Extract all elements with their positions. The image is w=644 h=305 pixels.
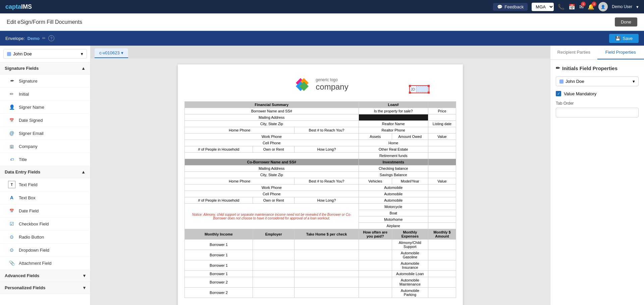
field-item-date-field[interactable]: 📅 Date Field [0,204,90,217]
done-button[interactable]: Done [615,17,637,27]
panel-tabs: Recipient Parties Field Properties [550,46,644,60]
tab-recipient-parties[interactable]: Recipient Parties [550,46,597,59]
monthly-income-header: Monthly Income [185,229,253,240]
best-reach-cell: Best # to Reach You? [294,127,359,134]
recipient-name: John Doe [13,51,32,56]
user-label[interactable]: Demo User [612,4,632,9]
corner-handle-br[interactable] [428,92,430,94]
model-year-cell: Model/Year [392,178,428,185]
city-state-zip-cell: City, State Zip [185,121,359,127]
corner-handle-bl[interactable] [409,92,411,94]
borrower1-row3: Borrower 1 [185,260,253,271]
home-value-cell [428,140,456,146]
realtor-name-cell: Realtor Name [359,121,428,127]
envelope-edit-icon[interactable]: ✏ [42,36,46,41]
borrower1-row1: Borrower 1 [185,240,253,250]
document-viewport[interactable]: JD generic logo [91,58,550,305]
field-item-text-box[interactable]: A Text Box [0,191,90,204]
savings-value-cell [428,172,456,178]
company-name: company [316,82,348,92]
avatar: 👤 [598,2,608,11]
section-title-text: Initials Field Properties [562,65,618,71]
date-field-icon: 📅 [8,207,15,214]
personalized-fields-header[interactable]: Personalized Fields ▾ [0,282,90,294]
value-mandatory-label: Value Mandatory [564,91,596,96]
investments-value-cell [428,159,456,165]
help-icon[interactable]: ? [48,35,54,41]
bell-icon[interactable]: 🔔 4 [588,4,594,10]
signer-email-label: Signer Email [19,131,44,136]
assets-cell: Assets [359,134,392,140]
phone-icon[interactable]: 📞 [558,4,565,10]
auto-loan-cell: Automobile Loan [392,271,428,277]
signer-name-label: Signer Name [19,105,44,110]
nav-right: 💬 Feedback MGA 📞 📅 ✉ 6 🔔 4 👤 Demo User ▾ [493,2,639,11]
field-item-signature[interactable]: ✒ Signature [0,74,90,88]
signature-fields-chevron-icon: ▲ [81,66,86,71]
borrower-name-cell: Borrower Name and SS# [185,108,359,114]
calendar-icon[interactable]: 📅 [569,4,575,10]
field-item-text-field[interactable]: T Text Field [0,178,90,191]
center-content: c-v010623 ▾ JD [91,46,550,305]
recipient-dropdown[interactable]: John Doe ▾ [3,49,87,59]
document-tab[interactable]: c-v010623 ▾ [95,48,128,58]
tab-field-properties[interactable]: Field Properties [597,46,644,59]
corner-handle-tr[interactable] [428,85,430,87]
co-work-phone-cell: Work Phone [185,185,359,191]
corner-handle-tl[interactable] [409,85,411,87]
envelope-name: Demo [28,36,40,41]
recipient-chevron-icon: ▾ [81,51,83,56]
recipient-color-dot [7,52,11,56]
mga-selector[interactable]: MGA [532,3,554,11]
field-item-company[interactable]: 🏢 Company [0,140,90,153]
signature-icon: ✒ [8,77,15,85]
field-item-signer-name[interactable]: 👤 Signer Name [0,101,90,114]
email-icon[interactable]: ✉ 6 [579,4,584,10]
save-icon: 💾 [615,36,621,41]
other-real-estate-cell: Other Real Estate [359,146,428,153]
value-mandatory-checkbox[interactable]: ✓ [556,91,561,96]
checkbox-icon: ☑ [8,220,15,227]
checking-cell: Checking balance [359,165,428,172]
realtor-phone-cell: Realtor Phone [359,127,428,134]
signature-fields-header[interactable]: Signature Fields ▲ [0,62,90,74]
co-best-reach-cell: Best # to Reach You? [294,178,359,185]
feedback-button[interactable]: 💬 Feedback [493,3,528,11]
cell-phone-cell: Cell Phone [185,140,359,146]
tab-order-input[interactable] [556,108,639,117]
save-button[interactable]: 💾 Save [609,34,639,43]
panel-recipient-dot [559,80,564,84]
retirement-cell: Retirement funds [359,153,428,159]
data-entry-fields-header[interactable]: Data Entry Fields ▲ [0,166,90,178]
tab-bar: c-v010623 ▾ [91,46,550,58]
panel-chevron-icon: ▾ [633,79,635,84]
field-item-radio[interactable]: ⊙ Radio Button [0,231,90,244]
field-item-attachment[interactable]: 📎 Attachment Field [0,257,90,270]
co-how-long-cell: How Long? [294,197,359,204]
user-chevron-icon[interactable]: ▾ [636,4,639,9]
field-item-title[interactable]: 🏷 Title [0,153,90,166]
panel-recipient-dropdown[interactable]: John Doe ▾ [556,77,639,86]
page-header: Edit eSign/Form Fill Documents Done [0,13,644,31]
radio-icon: ⊙ [8,233,15,241]
tab-dropdown-icon[interactable]: ▾ [121,50,123,55]
date-field-label: Date Field [19,208,39,213]
initials-field-overlay[interactable]: JD [409,85,429,93]
listing-date-cell: Listing date [428,121,456,127]
take-home-header: Take Home $ per check [294,229,359,240]
advanced-fields-header[interactable]: Advanced Fields ▾ [0,270,90,282]
auto3-value-cell [428,197,456,204]
auto-parking-cell: Automobile Parking [392,288,428,298]
field-item-date-signed[interactable]: 📅 Date Signed [0,114,90,127]
field-item-signer-email[interactable]: @ Signer Email [0,127,90,140]
right-panel: Recipient Parties Field Properties ✏ Ini… [550,46,644,305]
empty-cell2 [428,127,456,134]
envelope-info: Envelope: Demo ✏ ? [5,35,54,41]
highlighted-cell [359,114,428,121]
feedback-icon: 💬 [497,4,502,9]
field-item-dropdown[interactable]: ⊙ Dropdown Field [0,244,90,257]
attachment-icon: 📎 [8,259,15,267]
field-item-checkbox[interactable]: ☑ Checkbox Field [0,217,90,231]
financial-table: Financial Summary Loan# Borrower Name an… [184,101,456,298]
field-item-initial[interactable]: ✏ Initial [0,88,90,101]
